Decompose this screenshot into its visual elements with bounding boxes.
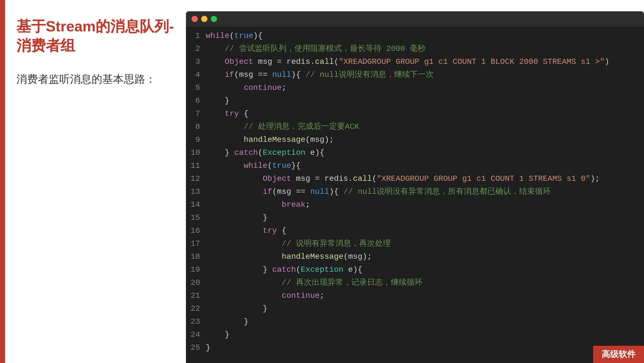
line-number: 18 [186,252,206,261]
line-content: Object msg = redis.call("XREADGROUP GROU… [206,56,609,68]
line-content: try { [206,225,287,237]
line-number: 10 [186,148,206,157]
line-content: // 处理消息，完成后一定要ACK [206,121,359,133]
code-line: 24 } [186,328,644,341]
line-number: 23 [186,317,206,326]
code-line: 17 // 说明有异常消息，再次处理 [186,237,644,250]
line-number: 6 [186,96,206,105]
code-line: 16 try { [186,224,644,237]
code-line: 8 // 处理消息，完成后一定要ACK [186,120,644,133]
line-content: } catch(Exception e){ [206,147,324,159]
slide: 基于Stream的消息队列-消费者组 消费者监听消息的基本思路： 1while(… [0,0,644,363]
line-number: 19 [186,265,206,274]
code-line: 9 handleMessage(msg); [186,133,644,146]
line-number: 1 [186,31,206,40]
line-number: 5 [186,83,206,92]
code-line: 14 break; [186,198,644,211]
line-content: // 说明有异常消息，再次处理 [206,238,391,250]
code-line: 1while(true){ [186,29,644,42]
code-line: 23 } [186,315,644,328]
code-container: 1while(true){2 // 尝试监听队列，使用阻塞模式，最长等待 200… [186,27,644,363]
line-number: 13 [186,187,206,196]
line-content: } [206,329,229,341]
line-content: if(msg == null){ // null说明没有消息，继续下一次 [206,69,434,81]
line-content: } [206,342,211,354]
code-editor: 1while(true){2 // 尝试监听队列，使用阻塞模式，最长等待 200… [186,11,644,363]
line-number: 21 [186,291,206,300]
close-button-dot[interactable] [192,16,198,22]
line-content: } [206,303,267,315]
line-content: // 再次出现异常，记录日志，继续循环 [206,277,422,289]
code-line: 18 handleMessage(msg); [186,250,644,263]
maximize-button-dot[interactable] [211,16,217,22]
line-number: 8 [186,122,206,131]
code-line: 10 } catch(Exception e){ [186,146,644,159]
line-content: continue; [206,82,287,94]
line-content: Object msg = redis.call("XREADGROUP GROU… [206,173,600,185]
line-content: break; [206,199,310,211]
left-accent-bar [0,0,5,363]
line-number: 12 [186,174,206,183]
code-line: 21 continue; [186,289,644,302]
line-content: handleMessage(msg); [206,134,334,146]
code-line: 22 } [186,302,644,315]
code-line: 3 Object msg = redis.call("XREADGROUP GR… [186,55,644,68]
code-line: 4 if(msg == null){ // null说明没有消息，继续下一次 [186,68,644,81]
line-content: if(msg == null){ // null说明没有异常消息，所有消息都已确… [206,186,551,198]
code-line: 19 } catch(Exception e){ [186,263,644,276]
code-line: 6 } [186,94,644,107]
line-content: while(true){ [206,30,263,42]
line-number: 2 [186,44,206,53]
line-number: 4 [186,70,206,79]
subtitle: 消费者监听消息的基本思路： [16,72,175,86]
code-line: 13 if(msg == null){ // null说明没有异常消息，所有消息… [186,185,644,198]
line-number: 9 [186,135,206,144]
line-content: } [206,95,229,107]
code-line: 2 // 尝试监听队列，使用阻塞模式，最长等待 2000 毫秒 [186,42,644,55]
line-content: } [206,316,248,328]
line-content: } [206,212,267,224]
line-content: try { [206,108,248,120]
line-content: handleMessage(msg); [206,251,372,263]
page-title: 基于Stream的消息队列-消费者组 [16,17,175,55]
left-panel: 基于Stream的消息队列-消费者组 消费者监听消息的基本思路： [5,11,186,363]
minimize-button-dot[interactable] [201,16,207,22]
branding-label: 高级软件 [593,346,644,363]
code-line: 11 while(true}{ [186,159,644,172]
line-content: // 尝试监听队列，使用阻塞模式，最长等待 2000 毫秒 [206,43,426,55]
code-line: 7 try { [186,107,644,120]
content-area: 基于Stream的消息队列-消费者组 消费者监听消息的基本思路： 1while(… [5,0,644,363]
line-content: while(true}{ [206,160,301,172]
line-number: 17 [186,239,206,248]
line-content: } catch(Exception e){ [206,264,363,276]
line-number: 15 [186,213,206,222]
code-line: 5 continue; [186,81,644,94]
line-number: 3 [186,57,206,66]
line-number: 24 [186,330,206,339]
window-controls [186,11,644,27]
line-number: 7 [186,109,206,118]
line-content: continue; [206,290,324,302]
line-number: 16 [186,226,206,235]
code-line: 15 } [186,211,644,224]
line-number: 14 [186,200,206,209]
code-line: 12 Object msg = redis.call("XREADGROUP G… [186,172,644,185]
line-number: 11 [186,161,206,170]
code-line: 25} [186,341,644,354]
line-number: 25 [186,343,206,352]
line-number: 22 [186,304,206,313]
code-line: 20 // 再次出现异常，记录日志，继续循环 [186,276,644,289]
line-number: 20 [186,278,206,287]
